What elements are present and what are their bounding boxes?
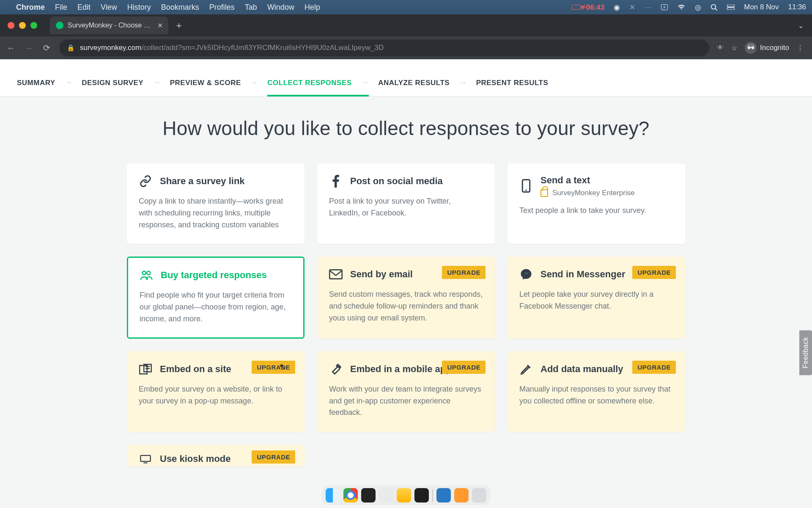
card-embed-app[interactable]: UPGRADE Embed in a mobile app Work with … bbox=[317, 351, 495, 432]
menu-view[interactable]: View bbox=[101, 3, 117, 12]
user-icon[interactable]: ◎ bbox=[695, 3, 701, 12]
menubar-app[interactable]: Chrome bbox=[16, 3, 45, 12]
step-collect[interactable]: COLLECT RESPONSES→ bbox=[267, 78, 369, 87]
menu-file[interactable]: File bbox=[55, 3, 67, 12]
menu-edit[interactable]: Edit bbox=[77, 3, 91, 12]
upgrade-badge[interactable]: UPGRADE bbox=[442, 266, 486, 279]
status-sync-icon[interactable]: ⋯ bbox=[645, 3, 652, 12]
menubar-time[interactable]: 11:36 bbox=[788, 3, 806, 11]
incognito-badge[interactable]: 🕶︎ Incognito bbox=[745, 42, 789, 54]
card-desc: Send custom messages, track who responds… bbox=[329, 289, 483, 324]
step-present[interactable]: PRESENT RESULTS bbox=[476, 79, 549, 87]
menu-tab[interactable]: Tab bbox=[245, 3, 257, 12]
wrench-icon bbox=[329, 362, 343, 376]
upgrade-badge[interactable]: UPGRADE bbox=[632, 361, 676, 374]
menubar-date[interactable]: Mon 8 Nov bbox=[744, 3, 779, 11]
svg-line-1 bbox=[715, 8, 717, 11]
card-embed-site[interactable]: UPGRADE Embed on a site Embed your surve… bbox=[127, 351, 304, 432]
svg-rect-13 bbox=[140, 456, 150, 461]
chrome-menu-icon[interactable]: ⋮ bbox=[797, 44, 804, 52]
dock-notes[interactable] bbox=[397, 488, 411, 502]
card-messenger[interactable]: UPGRADE Send in Messenger Let people tak… bbox=[508, 257, 685, 339]
site-icon bbox=[139, 362, 152, 376]
bookmark-star-icon[interactable]: ☆ bbox=[731, 44, 737, 52]
upgrade-badge[interactable]: UPGRADE bbox=[442, 361, 486, 374]
card-desc: Embed your survey on a website, or link … bbox=[139, 384, 293, 407]
wifi-icon[interactable] bbox=[677, 4, 686, 10]
step-preview[interactable]: PREVIEW & SCORE→ bbox=[170, 78, 258, 87]
nav-back-button[interactable]: ← bbox=[6, 43, 16, 53]
card-desc: Let people take your survey directly in … bbox=[519, 289, 673, 312]
status-toggl-icon[interactable]: ◉ bbox=[614, 3, 620, 12]
step-summary[interactable]: SUMMARY→ bbox=[17, 78, 72, 87]
address-bar[interactable]: 🔒 surveymonkey.com/collect/add?sm=JVk5ID… bbox=[59, 39, 709, 56]
status-x-icon[interactable]: ✕ bbox=[629, 3, 635, 12]
incognito-icon: 🕶︎ bbox=[745, 42, 757, 54]
svg-point-6 bbox=[143, 271, 146, 275]
upgrade-badge[interactable]: UPGRADE bbox=[632, 266, 676, 279]
pencil-icon bbox=[519, 362, 533, 376]
tabs-overflow-icon[interactable]: ⌄ bbox=[798, 22, 804, 30]
menu-profiles[interactable]: Profiles bbox=[209, 3, 235, 12]
card-email[interactable]: UPGRADE Send by email Send custom messag… bbox=[317, 257, 495, 339]
url-host: surveymonkey.com bbox=[80, 44, 141, 52]
feedback-tab[interactable]: Feedback bbox=[799, 330, 812, 375]
menu-bookmarks[interactable]: Bookmarks bbox=[161, 3, 199, 12]
card-title: Add data manually bbox=[540, 363, 623, 375]
people-icon bbox=[140, 268, 153, 282]
control-center-icon[interactable] bbox=[727, 5, 735, 10]
survey-step-nav: SUMMARY→ DESIGN SURVEY→ PREVIEW & SCORE→… bbox=[0, 69, 812, 97]
card-buy-responses[interactable]: Buy targeted responses Find people who f… bbox=[127, 257, 304, 339]
svg-point-5 bbox=[525, 189, 527, 190]
dock-trash[interactable] bbox=[472, 488, 486, 502]
nav-reload-button[interactable]: ⟳ bbox=[41, 43, 52, 53]
nav-forward-button[interactable]: → bbox=[24, 43, 34, 53]
browser-tab[interactable]: SurveyMonkey - Choose Collec ✕ bbox=[50, 17, 168, 34]
card-title: Send in Messenger bbox=[540, 268, 625, 280]
window-zoom-button[interactable] bbox=[30, 22, 37, 29]
menu-history[interactable]: History bbox=[127, 3, 151, 12]
card-desc: Find people who fit your target criteria… bbox=[140, 290, 292, 325]
card-kiosk[interactable]: UPGRADE Use kiosk mode bbox=[127, 444, 304, 467]
dock-app-7[interactable] bbox=[436, 488, 451, 502]
upgrade-badge[interactable]: UPGRADE bbox=[252, 450, 295, 464]
step-analyze[interactable]: ANALYZE RESULTS→ bbox=[378, 78, 467, 87]
card-desc: Manually input responses to your survey … bbox=[519, 384, 673, 407]
spotlight-icon[interactable] bbox=[710, 4, 718, 11]
tab-favicon bbox=[56, 22, 63, 29]
svg-point-7 bbox=[147, 271, 150, 275]
window-minimize-button[interactable] bbox=[19, 22, 26, 29]
card-social[interactable]: Post on social media Post a link to your… bbox=[317, 163, 495, 244]
dock-app-6[interactable] bbox=[414, 488, 429, 502]
dock-terminal[interactable] bbox=[361, 488, 376, 502]
tab-title: SurveyMonkey - Choose Collec bbox=[68, 22, 153, 29]
card-title: Embed in a mobile app bbox=[350, 363, 452, 375]
card-share-link[interactable]: Share a survey link Copy a link to share… bbox=[127, 163, 304, 244]
card-title: Post on social media bbox=[350, 175, 443, 187]
svg-rect-8 bbox=[329, 270, 342, 279]
card-desc: Text people a link to take your survey. bbox=[519, 205, 673, 217]
eye-off-icon[interactable]: 👁︎ bbox=[717, 44, 724, 52]
card-desc: Work with your dev team to integrate sur… bbox=[329, 384, 483, 419]
tab-close-icon[interactable]: ✕ bbox=[157, 22, 162, 30]
window-close-button[interactable] bbox=[8, 22, 14, 29]
menu-window[interactable]: Window bbox=[267, 3, 294, 12]
dock-app-4[interactable] bbox=[379, 488, 393, 502]
svg-point-0 bbox=[711, 4, 716, 9]
svg-rect-3 bbox=[727, 8, 735, 10]
menu-help[interactable]: Help bbox=[304, 3, 320, 12]
svg-rect-2 bbox=[727, 5, 735, 7]
lock-icon[interactable]: 🔒 bbox=[67, 44, 75, 52]
step-design[interactable]: DESIGN SURVEY→ bbox=[82, 78, 161, 87]
dock-app-8[interactable] bbox=[454, 488, 469, 502]
mac-dock bbox=[321, 485, 491, 505]
url-path: /collect/add?sm=JVk5IDHcyfUm83YRCfMKrui6… bbox=[141, 44, 384, 52]
battery-charge-icon[interactable]: ⚡︎ bbox=[661, 4, 668, 10]
dock-chrome[interactable] bbox=[343, 488, 358, 502]
card-text[interactable]: Send a text SurveyMonkey Enterprise Text… bbox=[508, 163, 685, 244]
upgrade-badge[interactable]: UPGRADE bbox=[252, 361, 295, 374]
battery-status[interactable]: ⚡︎06:43 bbox=[572, 3, 604, 12]
card-manual[interactable]: UPGRADE Add data manually Manually input… bbox=[508, 351, 685, 432]
new-tab-button[interactable]: ＋ bbox=[174, 19, 184, 32]
dock-finder[interactable] bbox=[326, 488, 340, 502]
